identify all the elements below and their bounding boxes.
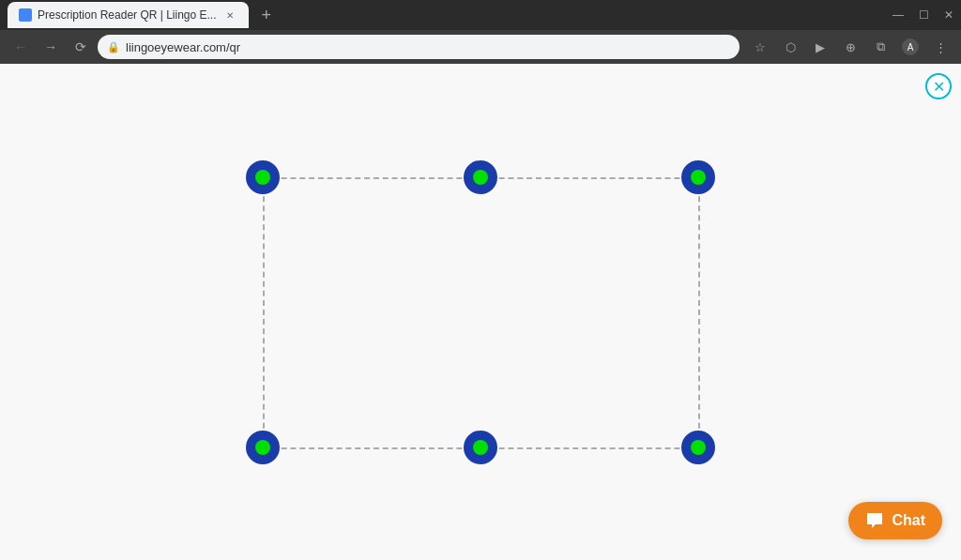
profile-icon[interactable]: A	[897, 34, 923, 60]
bookmark-icon[interactable]: ☆	[747, 34, 773, 60]
calibration-dot-bottom-right[interactable]	[681, 431, 715, 464]
calibration-dot-inner-bottom-left	[255, 440, 270, 455]
reload-button[interactable]: ⟳	[68, 34, 94, 60]
new-tab-button[interactable]: +	[256, 4, 278, 27]
browser-icon-1[interactable]: ⬡	[777, 34, 803, 60]
chat-button-label: Chat	[892, 512, 925, 529]
title-bar-left: Prescription Reader QR | Liingo E... ✕ +	[8, 2, 277, 28]
dashed-line-right	[698, 177, 700, 447]
chat-bubble-icon	[865, 511, 884, 530]
tab-favicon	[19, 8, 32, 22]
page-content: ✕	[0, 64, 961, 560]
calibration-dot-top-right[interactable]	[681, 160, 715, 194]
calibration-dot-inner-top-center	[473, 170, 488, 185]
calibration-dot-bottom-center[interactable]	[464, 431, 497, 464]
calibration-dot-inner-bottom-center	[473, 440, 488, 455]
minimize-button[interactable]: —	[892, 8, 904, 22]
dashed-line-top-right	[480, 177, 698, 179]
svg-text:A: A	[908, 42, 914, 53]
forward-button[interactable]: →	[38, 34, 64, 60]
nav-bar: ← → ⟳ 🔒 liingoeyewear.com/qr ☆ ⬡ ▶ ⊕ ⧉ A…	[0, 30, 961, 64]
calibration-dot-top-left[interactable]	[246, 160, 280, 194]
calibration-dot-inner-top-right	[691, 170, 706, 185]
nav-icons: ☆ ⬡ ▶ ⊕ ⧉ A ⋮	[747, 34, 953, 60]
tab-close-button[interactable]: ✕	[222, 8, 237, 23]
url-text: liingoeyewear.com/qr	[126, 40, 240, 54]
menu-icon[interactable]: ⋮	[927, 34, 953, 60]
browser-icon-2[interactable]: ▶	[807, 34, 833, 60]
calibration-dot-inner-bottom-right	[691, 440, 706, 455]
close-icon: ✕	[933, 78, 945, 96]
window-close-button[interactable]: ✕	[944, 8, 953, 22]
calibration-dot-inner-top-left	[255, 170, 270, 185]
window-controls: — ☐ ✕	[892, 8, 953, 22]
extensions-icon[interactable]: ⧉	[867, 34, 893, 60]
close-button[interactable]: ✕	[925, 73, 952, 99]
dashed-line-left	[263, 177, 265, 447]
back-button[interactable]: ←	[8, 34, 34, 60]
browser-tab[interactable]: Prescription Reader QR | Liingo E... ✕	[8, 2, 249, 28]
browser-chrome: Prescription Reader QR | Liingo E... ✕ +…	[0, 0, 961, 64]
dashed-line-top-left	[263, 177, 480, 179]
address-bar[interactable]: 🔒 liingoeyewear.com/qr	[98, 35, 740, 59]
lock-icon: 🔒	[107, 41, 120, 53]
calibration-dot-bottom-left[interactable]	[246, 431, 280, 464]
maximize-button[interactable]: ☐	[919, 8, 929, 22]
calibration-grid	[208, 144, 753, 481]
browser-icon-3[interactable]: ⊕	[837, 34, 863, 60]
tab-title: Prescription Reader QR | Liingo E...	[38, 8, 217, 22]
calibration-dot-top-center[interactable]	[464, 160, 497, 194]
dashed-line-bottom-right	[480, 447, 698, 449]
dashed-line-bottom-left	[263, 447, 480, 449]
title-bar: Prescription Reader QR | Liingo E... ✕ +…	[0, 0, 961, 30]
chat-button[interactable]: Chat	[848, 502, 942, 539]
